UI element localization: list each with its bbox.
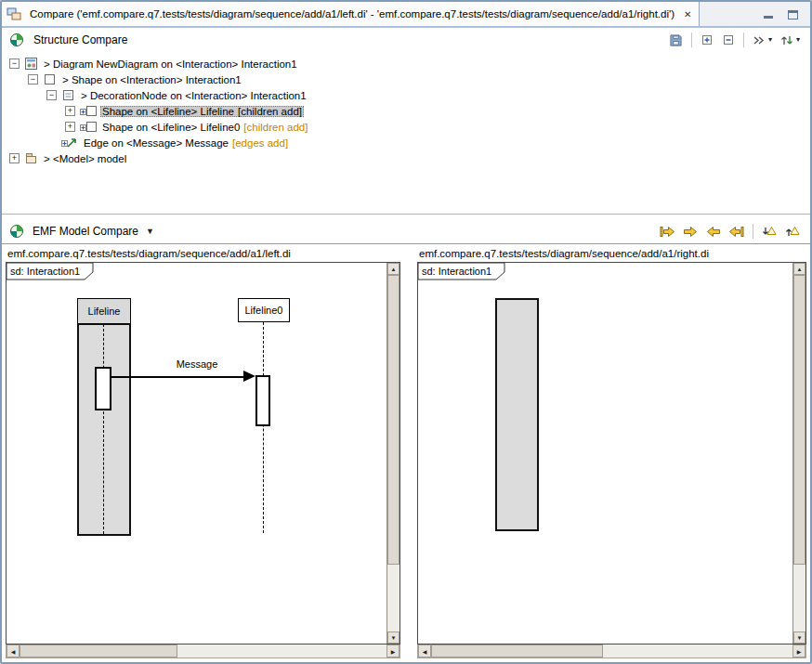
tree-item-shape-lifeline0[interactable]: + Shape on <Lifeline> Lifeline0[children… (2, 119, 810, 135)
minimize-button[interactable] (760, 7, 777, 21)
scroll-left-button[interactable]: ◀ (418, 644, 431, 657)
vertical-scrollbar[interactable]: ▲ ▼ (386, 263, 399, 644)
next-difference-button[interactable] (759, 222, 779, 241)
structure-compare-icon (9, 33, 24, 47)
collapse-toggle-icon[interactable]: − (28, 74, 38, 85)
up-arrow-icon: ▲ (797, 267, 803, 272)
vertical-scrollbar[interactable]: ▲ ▼ (792, 263, 805, 644)
collapse-toggle-icon[interactable]: − (46, 90, 57, 100)
tree-item-shape-lifeline[interactable]: + Shape on <Lifeline> Lifeline[children … (2, 103, 810, 119)
down-arrow-icon: ▼ (797, 635, 803, 641)
shape-add-icon (80, 120, 97, 134)
message-label[interactable]: Message (146, 358, 248, 370)
execution-specification[interactable] (95, 367, 111, 410)
copy-all-right-icon (660, 226, 674, 238)
lifeline0-execution-specification[interactable] (255, 375, 270, 426)
merge-viewer-header: EMF Model Compare ▼ (2, 219, 810, 244)
right-diagram-canvas[interactable]: sd: Interaction1 ▲ ▼ (417, 262, 806, 644)
tree-item-label: Edge on <Message> Message (84, 137, 229, 149)
scroll-down-button[interactable]: ▼ (387, 631, 399, 644)
editor-tab-title: Compare ('emf.compare.q7.tests/tests/dia… (30, 8, 674, 20)
compare-editor-tab[interactable]: Compare ('emf.compare.q7.tests/tests/dia… (2, 2, 700, 26)
horizontal-scrollbar-thumb[interactable] (20, 644, 177, 657)
vertical-sash[interactable] (400, 244, 417, 658)
tree-item-label: > <Model> model (44, 153, 126, 164)
scroll-right-button[interactable]: ▶ (792, 644, 805, 657)
merge-panels: emf.compare.q7.tests/tests/diagram/seque… (2, 244, 810, 662)
diagram-icon (24, 57, 38, 71)
model-icon (24, 151, 38, 165)
tree-item-label: Shape on <Lifeline> Lifeline (102, 106, 234, 117)
save-button[interactable] (666, 31, 686, 49)
compare-editor-icon (7, 7, 21, 21)
horizontal-scrollbar[interactable]: ◀ ▶ (6, 644, 400, 658)
svg-text:sd: Interaction1: sd: Interaction1 (10, 266, 80, 277)
right-merge-panel: emf.compare.q7.tests/tests/diagram/seque… (417, 244, 806, 658)
expand-toggle-icon[interactable]: + (65, 122, 75, 132)
tree-item-shape-interaction1[interactable]: − > Shape on <Interaction> Interaction1 (2, 72, 810, 87)
frame-label-tab: sd: Interaction1 (7, 263, 94, 280)
groups-icon (780, 34, 794, 46)
right-arrow-icon: ▶ (391, 648, 396, 655)
copy-left-to-right-button[interactable] (680, 222, 701, 241)
collapse-all-button[interactable] (719, 31, 738, 49)
tree-item-edge-message[interactable]: Edge on <Message> Message[edges add] (2, 135, 810, 150)
vertical-scrollbar-thumb[interactable] (387, 275, 399, 565)
svg-text:sd: Interaction1: sd: Interaction1 (422, 266, 491, 277)
up-arrow-icon: ▲ (391, 267, 397, 272)
tree-item-model[interactable]: + > <Model> model (2, 150, 810, 166)
copy-all-left-to-right-button[interactable] (657, 222, 677, 241)
structure-compare-header: Structure Compare (2, 28, 810, 52)
emf-model-compare-icon (9, 224, 24, 239)
expand-toggle-icon[interactable]: + (65, 106, 75, 116)
close-icon[interactable]: ✕ (684, 9, 691, 20)
previous-difference-button[interactable] (782, 222, 803, 241)
decoration-node-icon (61, 88, 75, 102)
shape-icon (43, 72, 57, 86)
maximize-button[interactable] (784, 7, 801, 21)
tree-item-label: Shape on <Lifeline> Lifeline0 (102, 122, 240, 133)
tree-item-suffix: [edges add] (232, 137, 288, 149)
left-arrow-icon: ◀ (11, 648, 16, 655)
structure-compare-tree: − > Diagram NewDiagram on <Interaction> … (2, 52, 810, 214)
lifeline-header[interactable]: Lifeline (77, 298, 131, 324)
chevron-down-icon: ▾ (768, 36, 772, 44)
expand-toggle-icon[interactable]: + (9, 153, 20, 163)
message-line[interactable] (111, 376, 244, 378)
horizontal-scrollbar-thumb[interactable] (431, 644, 603, 657)
left-arrow-icon: ◀ (423, 648, 427, 655)
copy-right-to-left-button[interactable] (703, 222, 724, 241)
collapse-toggle-icon[interactable]: − (9, 59, 20, 69)
scroll-left-button[interactable]: ◀ (7, 644, 20, 657)
scroll-down-button[interactable]: ▼ (793, 631, 805, 644)
collapse-all-icon (722, 33, 735, 46)
expand-all-button[interactable] (698, 31, 716, 49)
structure-toolbar: ▾ ▾ (666, 31, 803, 49)
scroll-right-button[interactable]: ▶ (386, 644, 399, 657)
filters-menu-button[interactable]: ▾ (750, 31, 775, 49)
save-icon (669, 33, 683, 47)
scroll-up-button[interactable]: ▲ (387, 263, 399, 275)
lifeline-selected-body[interactable] (77, 323, 131, 536)
previous-difference-icon (785, 226, 800, 238)
copy-all-right-to-left-button[interactable] (727, 222, 747, 241)
right-arrow-icon: ▶ (797, 648, 802, 655)
groups-menu-button[interactable]: ▾ (778, 31, 803, 49)
chevron-down-icon: ▾ (796, 36, 800, 44)
tree-item-diagram-newdiagram[interactable]: − > Diagram NewDiagram on <Interaction> … (2, 56, 810, 72)
viewer-switch-dropdown[interactable]: ▼ (146, 227, 154, 236)
message-arrowhead-icon (243, 371, 255, 382)
tree-item-label: > Shape on <Interaction> Interaction1 (62, 74, 242, 85)
left-diagram-canvas[interactable]: sd: Interaction1 Lifeline Message Lifeli… (6, 262, 400, 644)
scroll-up-button[interactable]: ▲ (793, 263, 805, 275)
tree-item-suffix: [children add] (243, 122, 308, 133)
lifeline-phantom-shape[interactable] (495, 298, 539, 531)
left-resource-path: emf.compare.q7.tests/tests/diagram/seque… (6, 244, 400, 262)
vertical-scrollbar-thumb[interactable] (793, 275, 805, 565)
horizontal-scrollbar[interactable]: ◀ ▶ (417, 644, 806, 658)
shape-add-icon (80, 104, 97, 118)
tree-item-decorationnode[interactable]: − > DecorationNode on <Interaction> Inte… (2, 87, 810, 103)
lifeline0-header[interactable]: Lifeline0 (238, 298, 290, 322)
frame-label-tab: sd: Interaction1 (418, 263, 505, 280)
next-difference-icon (762, 226, 777, 238)
